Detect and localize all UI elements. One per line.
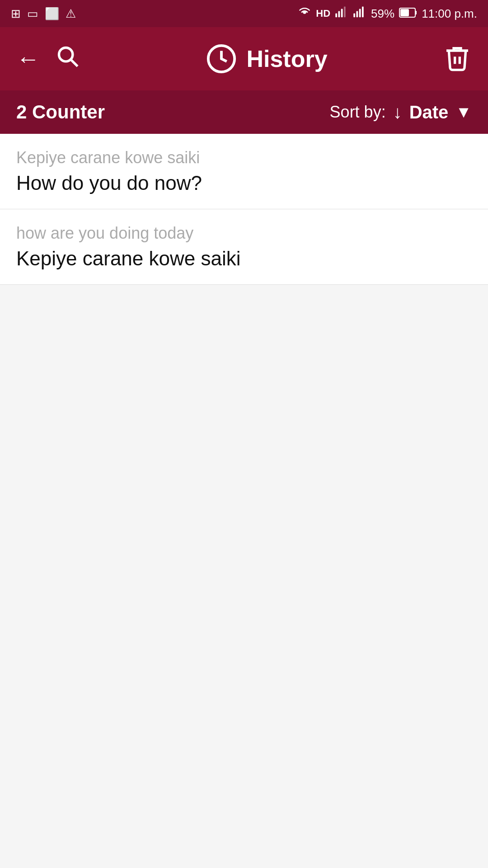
status-bar-right: HD 59% 11:00 p.m. — [298, 5, 477, 22]
search-button[interactable] — [56, 45, 80, 73]
svg-rect-8 — [362, 6, 364, 17]
sort-direction-icon: ↓ — [393, 102, 402, 123]
back-button[interactable]: ← — [16, 45, 40, 72]
svg-rect-10 — [415, 11, 417, 14]
history-clock-icon — [206, 43, 237, 75]
wifi-icon — [298, 5, 311, 22]
svg-rect-5 — [353, 13, 355, 17]
page-title: History — [246, 45, 327, 72]
history-item[interactable]: how are you doing today Kepiye carane ko… — [0, 209, 488, 285]
svg-rect-4 — [344, 6, 346, 17]
time-display: 11:00 p.m. — [422, 7, 477, 21]
message-icon: ▭ — [27, 7, 38, 21]
sort-area[interactable]: Sort by: ↓ Date ▼ — [330, 102, 472, 123]
image-icon: ⬜ — [45, 7, 59, 21]
status-bar-left: ⊞ ▭ ⬜ ⚠ — [11, 7, 76, 21]
app-bar-center: History — [206, 43, 327, 75]
counter-bar: 2 Counter Sort by: ↓ Date ▼ — [0, 90, 488, 134]
svg-rect-2 — [338, 11, 340, 17]
status-bar: ⊞ ▭ ⬜ ⚠ HD 59% 11:00 p.m. — [0, 0, 488, 27]
svg-line-13 — [71, 60, 78, 66]
battery-percentage: 59% — [371, 7, 394, 21]
app-bar-left-actions: ← — [16, 45, 90, 73]
delete-button[interactable] — [443, 43, 472, 74]
whatsapp-icon: ⊞ — [11, 7, 21, 21]
app-bar-right-actions — [443, 43, 472, 74]
svg-rect-6 — [357, 11, 358, 17]
svg-point-12 — [59, 47, 73, 61]
battery-icon — [399, 7, 417, 21]
warning-icon: ⚠ — [66, 7, 76, 21]
app-bar: ← History — [0, 27, 488, 90]
svg-rect-3 — [341, 9, 343, 17]
history-translated-text: Kepiye carane kowe saiki — [16, 247, 472, 270]
signal-icon — [335, 5, 348, 22]
history-item[interactable]: Kepiye carane kowe saiki How do you do n… — [0, 134, 488, 209]
hd-icon: HD — [316, 8, 330, 19]
signal2-icon — [353, 5, 366, 22]
svg-rect-7 — [359, 9, 361, 17]
sort-by-label: Sort by: — [330, 103, 386, 122]
history-list: Kepiye carane kowe saiki How do you do n… — [0, 134, 488, 285]
svg-rect-11 — [400, 9, 409, 16]
trash-icon — [443, 43, 472, 72]
svg-rect-1 — [335, 13, 337, 17]
history-original-text: how are you doing today — [16, 224, 472, 243]
history-original-text: Kepiye carane kowe saiki — [16, 148, 472, 167]
sort-dropdown-icon[interactable]: ▼ — [455, 103, 472, 122]
counter-label: 2 Counter — [16, 101, 105, 123]
history-translated-text: How do you do now? — [16, 172, 472, 194]
sort-value: Date — [409, 102, 449, 123]
